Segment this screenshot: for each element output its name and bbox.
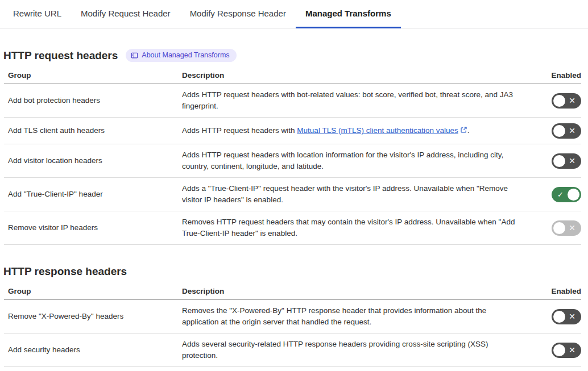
x-icon: ✕ xyxy=(569,346,575,354)
check-icon: ✓ xyxy=(557,191,564,198)
toggle-knob xyxy=(553,311,565,323)
group-description: Removes HTTP request headers that may co… xyxy=(182,211,531,244)
table-header-row: Group Description Enabled xyxy=(4,278,581,300)
x-icon: ✕ xyxy=(569,127,575,135)
badge-label: About Managed Transforms xyxy=(142,52,229,59)
transform-rules-tabbar: Rewrite URL Modify Request Header Modify… xyxy=(0,0,588,28)
toggle-knob xyxy=(553,222,565,234)
toggle-knob xyxy=(553,155,565,167)
enabled-toggle[interactable]: ✓ ✕ xyxy=(552,343,581,358)
description-text: . xyxy=(467,126,470,135)
table-row: Add visitor location headers Adds HTTP r… xyxy=(4,144,581,178)
column-header-group: Group xyxy=(4,71,182,80)
toggle-knob xyxy=(553,95,565,107)
group-name: Add TLS client auth headers xyxy=(4,125,182,136)
group-name: Add security headers xyxy=(4,344,182,356)
group-name: Remove visitor IP headers xyxy=(4,222,182,234)
table-row: Remove visitor IP headers Removes HTTP r… xyxy=(4,211,581,245)
group-description: Adds a "True-Client-IP" request header w… xyxy=(182,178,531,211)
table-row: Remove "X-Powered-By" headers Removes th… xyxy=(4,300,581,334)
external-link-icon[interactable] xyxy=(460,126,467,137)
x-icon: ✕ xyxy=(569,97,575,105)
group-description: Adds several security-related HTTP respo… xyxy=(182,334,531,366)
x-icon: ✕ xyxy=(569,224,575,232)
response-headers-table: Group Description Enabled Remove "X-Powe… xyxy=(4,278,581,367)
column-header-description: Description xyxy=(182,287,531,295)
toggle-knob xyxy=(568,189,579,201)
book-icon xyxy=(131,52,138,59)
toggle-knob xyxy=(553,125,565,137)
x-icon: ✕ xyxy=(569,157,575,165)
group-name: Remove "X-Powered-By" headers xyxy=(4,311,182,322)
table-row: Add "True-Client-IP" header Adds a "True… xyxy=(4,178,581,211)
enabled-toggle[interactable]: ✓ ✕ xyxy=(552,93,581,109)
enabled-toggle[interactable]: ✓ ✕ xyxy=(552,153,581,169)
group-description: Adds HTTP request headers with location … xyxy=(182,144,531,177)
response-section-title: HTTP response headers xyxy=(3,265,127,278)
description-text: Adds HTTP request headers with xyxy=(182,126,297,135)
tab-modify-request-header[interactable]: Modify Request Header xyxy=(71,0,180,28)
table-header-row: Group Description Enabled xyxy=(4,62,581,84)
table-row: Add bot protection headers Adds HTTP req… xyxy=(4,84,581,118)
enabled-toggle[interactable]: ✓ ✕ xyxy=(552,309,581,324)
enabled-toggle[interactable]: ✓ ✕ xyxy=(552,123,581,139)
tab-modify-response-header[interactable]: Modify Response Header xyxy=(180,0,296,28)
column-header-description: Description xyxy=(182,71,531,80)
column-header-enabled: Enabled xyxy=(531,71,581,80)
group-name: Add "True-Client-IP" header xyxy=(4,189,182,200)
x-icon: ✕ xyxy=(569,312,575,320)
toggle-knob xyxy=(553,344,565,356)
column-header-enabled: Enabled xyxy=(531,287,581,295)
column-header-group: Group xyxy=(4,287,182,295)
group-description: Removes the "X-Powered-By" HTTP response… xyxy=(182,300,531,333)
table-row: Add security headers Adds several securi… xyxy=(4,334,581,367)
request-section-title: HTTP request headers xyxy=(3,49,118,62)
group-description: Adds HTTP request headers with bot-relat… xyxy=(182,84,531,117)
group-name: Add bot protection headers xyxy=(4,95,182,106)
table-row: Add TLS client auth headers Adds HTTP re… xyxy=(4,118,581,144)
group-name: Add visitor location headers xyxy=(4,155,182,166)
group-description: Adds HTTP request headers with Mutual TL… xyxy=(182,120,531,142)
about-managed-transforms-badge[interactable]: About Managed Transforms xyxy=(126,49,236,62)
enabled-toggle-disabled: ✓ ✕ xyxy=(552,220,581,236)
mtls-docs-link[interactable]: Mutual TLS (mTLS) client authentication … xyxy=(297,126,458,135)
tab-rewrite-url[interactable]: Rewrite URL xyxy=(3,0,71,28)
enabled-toggle[interactable]: ✓ ✕ xyxy=(552,187,581,202)
tab-managed-transforms[interactable]: Managed Transforms xyxy=(296,0,401,28)
request-headers-table: Group Description Enabled Add bot protec… xyxy=(4,62,581,245)
